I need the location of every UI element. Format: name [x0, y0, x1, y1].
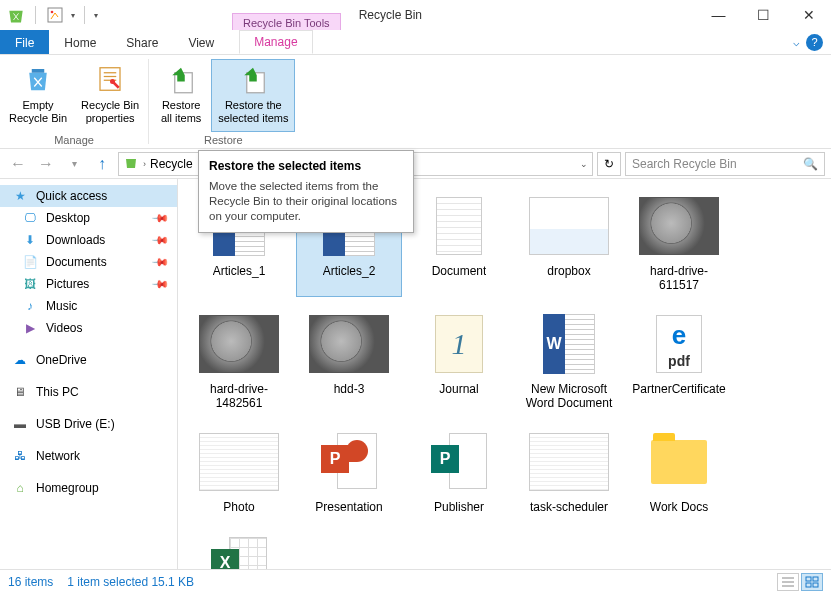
restore-all-items-button[interactable]: Restore all items	[151, 59, 211, 132]
file-item[interactable]: Photo	[186, 425, 292, 519]
status-selection: 1 item selected 15.1 KB	[67, 575, 194, 589]
close-button[interactable]: ✕	[786, 1, 831, 30]
tooltip: Restore the selected items Move the sele…	[198, 150, 414, 233]
pictures-icon: 🖼	[22, 276, 38, 292]
sidebar-item-music[interactable]: ♪ Music	[0, 295, 177, 317]
qat-dropdown-icon[interactable]: ▾	[71, 11, 75, 20]
file-item[interactable]: hard-drive-1482561	[186, 307, 292, 415]
maximize-button[interactable]: ☐	[741, 1, 786, 30]
sidebar-network[interactable]: 🖧 Network	[0, 445, 177, 467]
file-thumbnail-icon	[196, 312, 282, 376]
file-item[interactable]: hdd-3	[296, 307, 402, 415]
file-thumbnail-icon	[526, 194, 612, 258]
file-item[interactable]: epdf PartnerCertificate	[626, 307, 732, 415]
file-label: Journal	[439, 382, 478, 396]
ribbon-group-restore-label: Restore	[151, 132, 295, 148]
sidebar-item-desktop[interactable]: 🖵 Desktop📌	[0, 207, 177, 229]
file-thumbnail-icon: 1	[416, 312, 502, 376]
recycle-bin-properties-button[interactable]: Recycle Bin properties	[74, 59, 146, 132]
tab-file[interactable]: File	[0, 30, 49, 54]
file-label: PartnerCertificate	[632, 382, 725, 396]
file-item[interactable]: Document	[406, 189, 512, 297]
svg-rect-16	[813, 583, 818, 587]
file-item[interactable]: Work Docs	[626, 425, 732, 519]
sidebar-usb-drive[interactable]: ▬ USB Drive (E:)	[0, 413, 177, 435]
chevron-right-icon[interactable]: ›	[143, 159, 146, 169]
computer-icon: 🖥	[12, 384, 28, 400]
recycle-bin-small-icon	[123, 154, 139, 173]
refresh-button[interactable]: ↻	[597, 152, 621, 176]
desktop-icon: 🖵	[22, 210, 38, 226]
file-label: New Microsoft Word Document	[521, 382, 617, 410]
sidebar-item-pictures[interactable]: 🖼 Pictures📌	[0, 273, 177, 295]
file-list[interactable]: W Articles_1 W Articles_2 Document dropb…	[178, 179, 831, 569]
tab-manage[interactable]: Manage	[239, 30, 312, 54]
sidebar-homegroup[interactable]: ⌂ Homegroup	[0, 477, 177, 499]
status-bar: 16 items 1 item selected 15.1 KB	[0, 569, 831, 593]
qat-customize-icon[interactable]: ▾	[94, 11, 98, 20]
forward-button[interactable]: →	[34, 152, 58, 176]
file-item[interactable]: P Presentation	[296, 425, 402, 519]
file-item[interactable]: 1 Journal	[406, 307, 512, 415]
sidebar-quick-access[interactable]: ★ Quick access	[0, 185, 177, 207]
svg-rect-2	[32, 69, 45, 73]
restore-selected-items-button[interactable]: Restore the selected items	[211, 59, 295, 132]
details-view-button[interactable]	[777, 573, 799, 591]
file-thumbnail-icon: P	[306, 430, 392, 494]
svg-rect-14	[813, 577, 818, 581]
breadcrumb-segment[interactable]: Recycle	[150, 157, 193, 171]
star-icon: ★	[12, 188, 28, 204]
sidebar-item-documents[interactable]: 📄 Documents📌	[0, 251, 177, 273]
up-button[interactable]: ↑	[90, 152, 114, 176]
file-thumbnail-icon	[636, 194, 722, 258]
file-item[interactable]: X Worksheet	[186, 529, 292, 569]
empty-recycle-bin-button[interactable]: Empty Recycle Bin	[2, 59, 74, 132]
sidebar-item-downloads[interactable]: ⬇ Downloads📌	[0, 229, 177, 251]
file-label: task-scheduler	[530, 500, 608, 514]
ribbon-tabs: File Home Share View Manage ⌵ ?	[0, 30, 831, 55]
file-label: Work Docs	[650, 500, 708, 514]
cloud-icon: ☁	[12, 352, 28, 368]
file-item[interactable]: task-scheduler	[516, 425, 622, 519]
downloads-icon: ⬇	[22, 232, 38, 248]
file-thumbnail-icon	[526, 430, 612, 494]
search-icon: 🔍	[803, 157, 818, 171]
sidebar-item-videos[interactable]: ▶ Videos	[0, 317, 177, 339]
back-button[interactable]: ←	[6, 152, 30, 176]
svg-rect-15	[806, 583, 811, 587]
file-label: Photo	[223, 500, 254, 514]
tab-view[interactable]: View	[173, 30, 229, 54]
file-thumbnail-icon: W	[526, 312, 612, 376]
pin-icon: 📌	[150, 230, 169, 249]
file-thumbnail-icon	[196, 430, 282, 494]
file-item[interactable]: dropbox	[516, 189, 622, 297]
minimize-button[interactable]: —	[696, 1, 741, 30]
breadcrumb-dropdown-icon[interactable]: ⌄	[580, 159, 588, 169]
recent-locations-button[interactable]: ▾	[62, 152, 86, 176]
file-item[interactable]: P Publisher	[406, 425, 512, 519]
ribbon-collapse-icon[interactable]: ⌵	[793, 36, 800, 49]
sidebar-this-pc[interactable]: 🖥 This PC	[0, 381, 177, 403]
svg-point-7	[110, 79, 115, 84]
contextual-tab-label: Recycle Bin Tools	[232, 13, 341, 30]
qat-properties-icon[interactable]	[45, 5, 65, 25]
thumbnails-view-button[interactable]	[801, 573, 823, 591]
file-thumbnail-icon	[416, 194, 502, 258]
status-item-count: 16 items	[8, 575, 53, 589]
quick-access-toolbar: ▾ ▾	[0, 5, 104, 25]
pin-icon: 📌	[150, 252, 169, 271]
search-input[interactable]: Search Recycle Bin 🔍	[625, 152, 825, 176]
tooltip-body: Move the selected items from the Recycle…	[209, 179, 403, 224]
address-bar: ← → ▾ ↑ › Recycle ⌄ ↻ Search Recycle Bin…	[0, 149, 831, 179]
file-label: Articles_1	[213, 264, 266, 278]
svg-rect-13	[806, 577, 811, 581]
recycle-bin-app-icon	[6, 5, 26, 25]
title-bar: ▾ ▾ Recycle Bin Tools Recycle Bin — ☐ ✕	[0, 0, 831, 30]
file-item[interactable]: W New Microsoft Word Document	[516, 307, 622, 415]
ribbon: Empty Recycle Bin Recycle Bin properties…	[0, 55, 831, 149]
sidebar-onedrive[interactable]: ☁ OneDrive	[0, 349, 177, 371]
tab-home[interactable]: Home	[49, 30, 111, 54]
tab-share[interactable]: Share	[111, 30, 173, 54]
help-icon[interactable]: ?	[806, 34, 823, 51]
file-item[interactable]: hard-drive-611517	[626, 189, 732, 297]
